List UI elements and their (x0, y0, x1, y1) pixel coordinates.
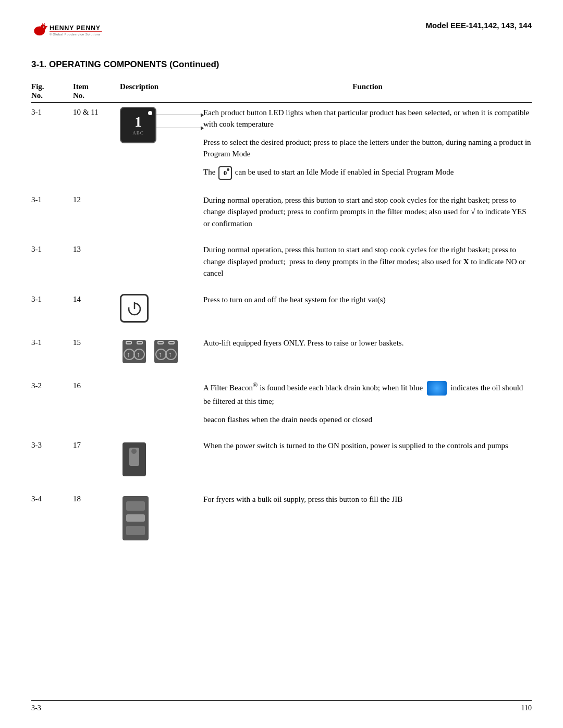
cell-item-3: 13 (73, 244, 120, 254)
cell-func-2: During normal operation, press this butt… (203, 194, 532, 230)
beacon-blue-circle (427, 381, 447, 396)
cell-img-8 (120, 493, 203, 543)
cell-item-1: 10 & 11 (73, 107, 120, 117)
table-row: 3-1 10 & 11 1 ABC Each product button LE… (31, 107, 532, 180)
table-row: 3-1 12 During normal operation, press th… (31, 194, 532, 230)
cell-fig-2: 3-1 (31, 194, 73, 204)
cell-item-6: 16 (73, 380, 120, 390)
basket-icon-left: ↑ ↑ (120, 337, 149, 366)
svg-rect-32 (126, 514, 145, 522)
table-row: 3-1 15 ↑ ↑ (31, 337, 532, 366)
table-row: 3-1 13 During normal operation, press th… (31, 244, 532, 279)
svg-point-5 (43, 28, 46, 30)
svg-point-29 (131, 449, 137, 454)
cell-fig-5: 3-1 (31, 337, 73, 347)
svg-text:↑: ↑ (168, 351, 172, 359)
cell-func-6: A Filter Beacon® is found beside each bl… (203, 380, 532, 426)
cell-func-3: During normal operation, press this butt… (203, 244, 532, 279)
col-header-fig: Fig. No. (31, 82, 73, 100)
col-header-desc: Description (120, 82, 203, 100)
cell-func-4: Press to turn on and off the heat system… (203, 294, 532, 306)
cell-item-4: 14 (73, 294, 120, 304)
cell-fig-7: 3-3 (31, 440, 73, 450)
svg-rect-33 (126, 526, 145, 535)
svg-text:↑: ↑ (158, 351, 162, 359)
logo-area: HENNY PENNY ® Global Foodservice Solutio… (31, 21, 104, 44)
henny-penny-logo: HENNY PENNY ® Global Foodservice Solutio… (31, 21, 104, 44)
svg-text:Global Foodservice Solutions: Global Foodservice Solutions (53, 32, 101, 36)
power-button-icon (120, 294, 149, 323)
icon-dot (227, 168, 229, 171)
header: HENNY PENNY ® Global Foodservice Solutio… (31, 21, 532, 44)
col-header-func: Function (203, 82, 532, 100)
cell-func-1: Each product button LED lights when that… (203, 107, 532, 180)
table-row: 3-1 14 Press to turn on and off the heat… (31, 294, 532, 323)
table-row: 3-4 18 For fryers with a bulk oil supply… (31, 493, 532, 543)
power-svg (125, 299, 144, 317)
cell-fig-6: 3-2 (31, 380, 73, 390)
col-header-item: Item No. (73, 82, 120, 100)
footer-page-right: 110 (521, 704, 532, 712)
svg-text:®: ® (50, 32, 52, 36)
cell-item-5: 15 (73, 337, 120, 347)
jib-button-icon (120, 493, 151, 543)
cell-fig-1: 3-1 (31, 107, 73, 117)
svg-text:↑: ↑ (127, 351, 130, 359)
model-title: Model EEE-141,142, 143, 144 (426, 21, 532, 30)
cell-img-7 (120, 440, 203, 479)
table-header: Fig. No. Item No. Description Function (31, 82, 532, 103)
arrow-line-top (156, 115, 203, 115)
cell-fig-4: 3-1 (31, 294, 73, 304)
cell-img-4 (120, 294, 203, 323)
svg-text:HENNY PENNY: HENNY PENNY (50, 24, 101, 32)
basket-icon-right: ↑ ↑ (152, 337, 180, 366)
cell-fig-3: 3-1 (31, 244, 73, 254)
svg-text:↑: ↑ (137, 351, 140, 359)
svg-rect-31 (126, 501, 145, 511)
svg-point-4 (43, 27, 44, 27)
cell-img-1: 1 ABC (120, 107, 203, 143)
section-title: 3-1. OPERATING COMPONENTS (Continued) (31, 59, 532, 70)
cell-item-2: 12 (73, 194, 120, 204)
led-dot (148, 111, 152, 115)
table-row: 3-2 16 A Filter Beacon® is found beside … (31, 380, 532, 426)
page: HENNY PENNY ® Global Foodservice Solutio… (0, 0, 563, 728)
footer-page-left: 3-3 (31, 704, 41, 712)
cell-func-5: Auto-lift equipped fryers ONLY. Press to… (203, 337, 532, 349)
product-button-icon: 1 ABC (120, 107, 156, 143)
footer: 3-3 110 (31, 700, 532, 712)
cell-img-5: ↑ ↑ ↑ ↑ (120, 337, 203, 366)
cell-func-7: When the power switch is turned to the O… (203, 440, 532, 452)
cell-func-8: For fryers with a bulk oil supply, press… (203, 493, 532, 505)
cell-fig-8: 3-4 (31, 493, 73, 503)
svg-marker-6 (42, 23, 45, 24)
cell-item-8: 18 (73, 493, 120, 503)
table-row: 3-3 17 When the power switch is turned t… (31, 440, 532, 479)
cell-item-7: 17 (73, 440, 120, 450)
idle-mode-icon: 0 (218, 166, 232, 180)
arrow-line-bottom (156, 128, 203, 128)
power-switch-icon (120, 440, 149, 479)
